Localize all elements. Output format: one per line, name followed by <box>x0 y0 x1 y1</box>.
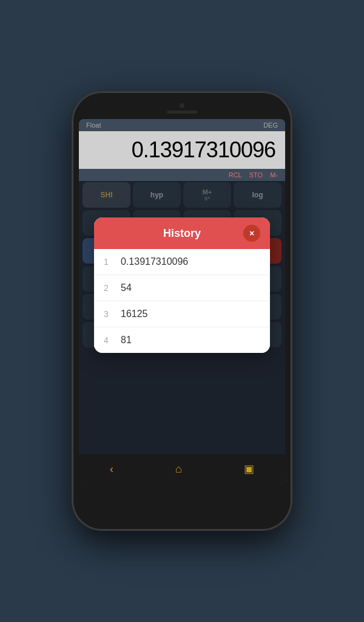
mode-label: Float <box>86 121 101 129</box>
bottom-nav-bar: ‹ ⌂ ▣ <box>79 454 285 484</box>
history-header: History × <box>94 217 270 249</box>
history-value-4: 81 <box>121 335 132 346</box>
m-minus-label[interactable]: M- <box>270 171 278 179</box>
history-value-1: 0.13917310096 <box>121 256 188 267</box>
history-list: 1 0.13917310096 2 54 3 16125 4 <box>94 249 270 353</box>
phone-screen: Float DEG 0.13917310096 RCL STO M- SHI h… <box>79 119 285 484</box>
history-index-1: 1 <box>104 257 116 267</box>
display-area: 0.13917310096 <box>79 131 285 169</box>
rcl-label[interactable]: RCL <box>229 171 242 179</box>
sto-label[interactable]: STO <box>249 171 263 179</box>
phone-speaker <box>167 111 197 114</box>
display-value: 0.13917310096 <box>89 137 275 163</box>
apps-nav-icon[interactable]: ▣ <box>244 462 254 476</box>
history-item-3[interactable]: 3 16125 <box>94 301 270 327</box>
angle-label: DEG <box>263 121 278 129</box>
history-close-button[interactable]: × <box>243 225 260 242</box>
history-modal: History × 1 0.13917310096 2 54 <box>94 217 270 353</box>
calc-body: SHI hyp M+0ˣ log yx ) 7 C <box>79 181 285 454</box>
memory-row: RCL STO M- <box>79 169 285 181</box>
back-nav-icon[interactable]: ‹ <box>110 463 113 476</box>
history-value-2: 54 <box>121 282 132 293</box>
history-value-3: 16125 <box>121 309 148 320</box>
history-index-2: 2 <box>104 283 116 293</box>
history-item-1[interactable]: 1 0.13917310096 <box>94 249 270 275</box>
home-nav-icon[interactable]: ⌂ <box>175 463 182 476</box>
history-item-4[interactable]: 4 81 <box>94 327 270 353</box>
history-index-4: 4 <box>104 335 116 345</box>
phone-camera <box>180 103 184 108</box>
status-bar: Float DEG <box>79 119 285 131</box>
history-item-2[interactable]: 2 54 <box>94 275 270 301</box>
history-overlay: History × 1 0.13917310096 2 54 <box>79 181 285 454</box>
history-title: History <box>121 227 243 240</box>
phone-shell: Float DEG 0.13917310096 RCL STO M- SHI h… <box>73 92 291 530</box>
history-index-3: 3 <box>104 309 116 319</box>
phone-top-bar <box>78 100 286 119</box>
